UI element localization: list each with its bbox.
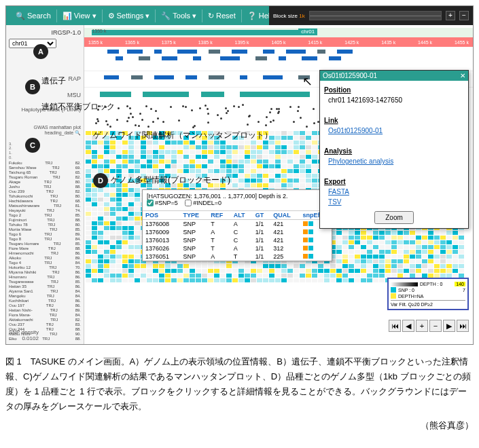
sample-row[interactable]: JoshuTRJ88. bbox=[9, 185, 81, 189]
nav-last-button[interactable]: ⏭ bbox=[457, 320, 469, 332]
snp-density-label: SNP density0.0102 bbox=[9, 329, 39, 341]
chromosome-ruler[interactable]: 1355 k chr01 bbox=[84, 28, 473, 37]
reset-button[interactable]: ↻Reset bbox=[202, 10, 242, 22]
sample-row[interactable]: Ouu 197TRJ86. bbox=[9, 303, 81, 308]
sample-row[interactable]: Hokuriku 12TRJ70. bbox=[9, 265, 81, 270]
sample-row[interactable]: Togo 4TRJ84. bbox=[9, 261, 81, 265]
sample-row[interactable]: HinomaruTRJ86. bbox=[9, 275, 81, 280]
snp-col-header: REF bbox=[208, 211, 231, 220]
anno-hap: 連鎖不平衡ブロック bbox=[41, 101, 115, 113]
sample-row[interactable]: TsuganewaseTRJ85. bbox=[9, 280, 81, 284]
nav-first-button[interactable]: ⏮ bbox=[389, 320, 401, 332]
gwas-label: GWAS manhattan plotheading_date 🔍 bbox=[6, 124, 84, 138]
anno-heatmap: ゲノム多型情報(ブロックモード) bbox=[111, 174, 230, 186]
sample-row[interactable]: Togo 2TRJ85. bbox=[9, 213, 81, 218]
view-menu[interactable]: 📊View▾ bbox=[57, 10, 103, 22]
ruler-tick: 1425 k bbox=[344, 40, 359, 45]
blocksize-slider[interactable] bbox=[309, 11, 442, 20]
snp-popup: [HATSUGOZEN: 1,376,001 .. 1,377,000] Dep… bbox=[142, 189, 332, 261]
sample-row[interactable]: FujiminoriTRJ88. bbox=[9, 218, 81, 223]
sample-row[interactable]: Taichung 65TRJ65. bbox=[9, 170, 81, 175]
gear-icon: ⚙ bbox=[108, 12, 115, 20]
sample-row[interactable]: Ouu 239TRJ82. bbox=[9, 189, 81, 194]
sample-row[interactable]: AkageTRJ80. bbox=[9, 180, 81, 185]
ruler-tick: 1445 k bbox=[418, 40, 432, 45]
sample-list: FukokuTRJ82.Senshou WaseTRJ69.Taichung 6… bbox=[6, 160, 84, 343]
sample-row[interactable]: FukokuTRJ82. bbox=[9, 161, 81, 166]
tt-analysis-link[interactable]: Phylogenetic analysis bbox=[328, 157, 393, 165]
sample-row[interactable]: HayayukiTRJ74. bbox=[9, 208, 81, 213]
wrench-icon: 🔧 bbox=[161, 12, 171, 20]
sample-row[interactable]: Tsugaru HomareTRJ85. bbox=[9, 242, 81, 246]
sample-row[interactable]: Fiora Mana-TRJ84. bbox=[9, 313, 81, 318]
heatmap-row[interactable] bbox=[84, 264, 473, 269]
search-icon: 🔍 bbox=[16, 12, 25, 20]
blocksize-label: Block size 1k bbox=[273, 13, 305, 19]
snp-row[interactable]: 1376013SNPTC1/1421 bbox=[143, 236, 332, 244]
tt-link[interactable]: Os01t0125900-01 bbox=[328, 127, 383, 134]
cursor-icon: ↖ bbox=[302, 74, 313, 89]
sample-row[interactable]: Togo 8TRJ84. bbox=[9, 237, 81, 242]
sample-row[interactable]: HachidawaraTRJ68. bbox=[9, 199, 81, 204]
chevron-down-icon: ▾ bbox=[145, 12, 149, 20]
close-icon[interactable]: ✕ bbox=[460, 72, 465, 79]
search-label: Search bbox=[27, 12, 51, 20]
sample-row[interactable]: MatsushimawareTRJ81. bbox=[9, 204, 81, 208]
snp-row[interactable]: 1376008SNPTA1/1421 bbox=[143, 220, 332, 229]
search-menu[interactable]: 🔍Search bbox=[10, 10, 57, 22]
settings-label: Settings bbox=[117, 12, 144, 20]
snp-row[interactable]: 1376026SNPTA1/1312 bbox=[143, 244, 332, 253]
sample-row[interactable]: Togo 6TRJ89. bbox=[9, 232, 81, 237]
sample-row[interactable]: Aiyama San1TRJ84. bbox=[9, 289, 81, 294]
nav-prev-button[interactable]: ◀ bbox=[402, 320, 414, 332]
indel-checkbox[interactable]: #INDEL=0 bbox=[185, 200, 221, 206]
tt-link-h: Link bbox=[324, 117, 338, 124]
chromosome-select[interactable]: chr01 bbox=[9, 39, 56, 48]
tt-tsv-link[interactable]: TSV bbox=[328, 198, 341, 206]
tools-label: Tools bbox=[173, 12, 190, 20]
sample-row[interactable]: Tohoku 78TRJ80. bbox=[9, 223, 81, 227]
left-sidebar: IRGSP-1.0 chr01 RAP MSU Haplotype block … bbox=[6, 25, 84, 344]
tt-fasta-link[interactable]: FASTA bbox=[328, 188, 349, 195]
nav-add-button[interactable]: + bbox=[416, 320, 428, 332]
position-ruler[interactable]: 1355 k1365 k1375 k1385 k1395 k1405 k1415… bbox=[84, 37, 473, 47]
anno-gwas: ゲノムワイド関連解析（マンハッタンプロット） bbox=[93, 130, 272, 141]
figure-caption: 図 1 TASUKE のメイン画面。A）ゲノム上の表示領域の位置情報、B）遺伝子… bbox=[5, 354, 474, 433]
heatmap-row[interactable] bbox=[84, 269, 473, 274]
sample-row[interactable]: TohokumochiTRJ80. bbox=[9, 194, 81, 199]
sample-row[interactable]: Hattan 35TRJ86. bbox=[9, 284, 81, 289]
gwas-scale: 3.2.1.0. bbox=[6, 142, 84, 160]
ruler-tick: 1355 k bbox=[92, 29, 106, 33]
ruler-tick: 1365 k bbox=[125, 40, 139, 45]
sample-row[interactable]: Senshou WaseTRJ69. bbox=[9, 166, 81, 170]
zoom-in-button[interactable]: + bbox=[446, 11, 455, 20]
zoom-button[interactable]: Zoom bbox=[374, 211, 414, 224]
snp-checkbox[interactable]: #SNP=5 bbox=[147, 200, 178, 206]
gene-track-rap[interactable] bbox=[84, 47, 473, 71]
snp-row[interactable]: 1376009SNPAC1/1421 bbox=[143, 228, 332, 236]
sample-row[interactable]: AikokuTRJ89. bbox=[9, 256, 81, 261]
sample-row[interactable]: Ouu 237TRJ83. bbox=[9, 322, 81, 327]
sample-row[interactable]: Fiore MareTRJ88. bbox=[9, 246, 81, 251]
ruler-tick: 1385 k bbox=[198, 40, 213, 45]
nav-remove-button[interactable]: − bbox=[429, 320, 442, 332]
sample-row[interactable]: AkitakomachiTRJ82. bbox=[9, 318, 81, 322]
sample-row[interactable]: MangokuTRJ84. bbox=[9, 294, 81, 299]
nav-next-button[interactable]: ▶ bbox=[443, 320, 455, 332]
sample-row[interactable]: HimenomochiTRJ86. bbox=[9, 251, 81, 256]
sample-row[interactable]: Hattan Nishi-TRJ89. bbox=[9, 308, 81, 313]
tt-position-v: chr01 1421693-1427650 bbox=[328, 96, 402, 104]
chevron-down-icon: ▾ bbox=[92, 12, 96, 20]
zoom-out-button[interactable]: − bbox=[459, 11, 469, 20]
legend-filter: Var Filt. Q≥20 DP≥2 bbox=[391, 300, 465, 307]
snp-row[interactable]: 1376051SNPAT1/1225 bbox=[143, 253, 332, 261]
snp-col-header: POS bbox=[143, 211, 181, 220]
sample-row[interactable]: Tsugaru RomanTRJ82. bbox=[9, 175, 81, 180]
caption-author: （熊谷真彦） bbox=[5, 418, 474, 433]
sample-row[interactable]: Miyama NishikiTRJ86. bbox=[9, 270, 81, 275]
tools-menu[interactable]: 🔧Tools▾ bbox=[156, 10, 202, 22]
settings-menu[interactable]: ⚙Settings▾ bbox=[103, 10, 156, 22]
sample-row[interactable]: Morita WaseTRJ85. bbox=[9, 227, 81, 232]
nav-controls: ⏮ ◀ + − ▶ ⏭ bbox=[389, 320, 469, 332]
sample-row[interactable]: KochihikariTRJ86. bbox=[9, 299, 81, 303]
